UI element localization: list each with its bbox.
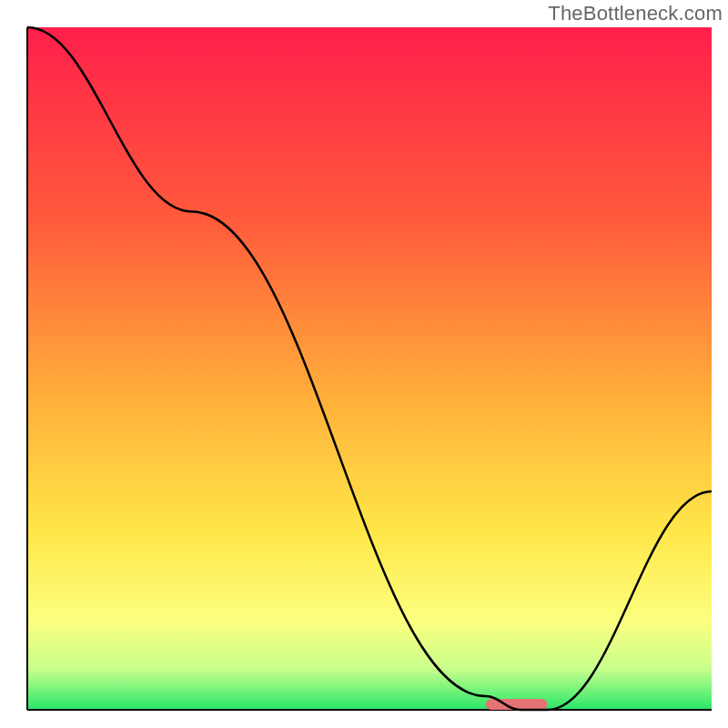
plot-background [27,27,712,710]
watermark-text: TheBottleneck.com [548,2,723,25]
optimal-range-marker [486,699,548,710]
bottleneck-chart [0,0,728,728]
